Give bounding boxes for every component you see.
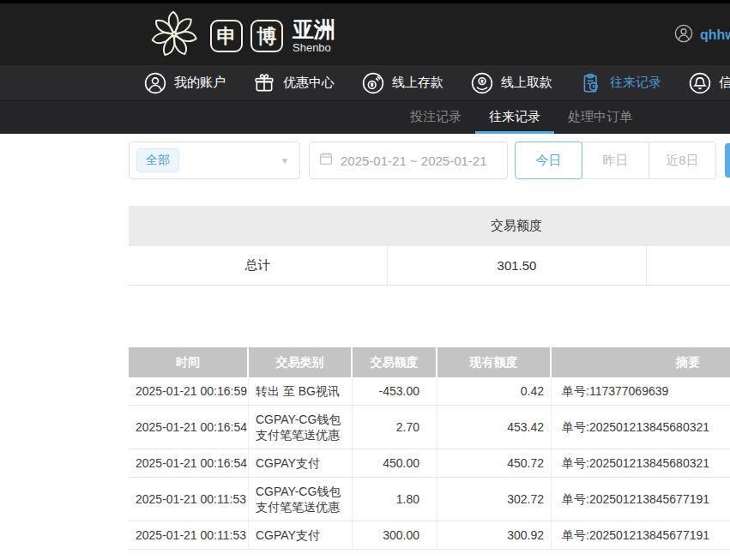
transaction-records-page: { "header": { "logo_char_1": "申", "logo_… (0, 0, 730, 560)
withdraw-icon (471, 72, 493, 94)
cell-amount: 450.00 (353, 449, 437, 477)
user-account[interactable]: qhhw (674, 24, 730, 46)
summary-header-empty (129, 206, 387, 246)
user-icon (144, 72, 166, 94)
cell-time: 2025-01-21 00:16:59 (129, 377, 249, 405)
tab-0[interactable]: 投注记录 (396, 101, 475, 134)
summary-total-label: 总计 (129, 246, 387, 285)
cell-type: CGPAY支付 (249, 449, 353, 477)
summary-total-empty (646, 246, 730, 285)
nav-item-label: 优惠中心 (283, 75, 335, 91)
nav-item-bell[interactable]: 信息 (689, 72, 730, 94)
logo-char-box-2: 博 (250, 20, 283, 52)
nav-item-label: 线上取款 (501, 75, 552, 91)
table-row: 2025-01-21 00:16:59转出 至 BG视讯-453.000.42单… (129, 377, 730, 406)
deposit-icon (362, 72, 384, 94)
username-text[interactable]: qhhw (700, 27, 730, 43)
cell-summary: 单号:117377069639 (552, 377, 730, 405)
table-row: 2025-01-21 00:11:53CGPAY-CG钱包支付笔笔送优惠1.80… (129, 478, 730, 521)
nav-item-withdraw[interactable]: 线上取款 (471, 72, 552, 94)
cell-time: 2025-01-21 00:11:53 (129, 521, 249, 549)
transaction-type-dropdown[interactable]: 全部 ▼ (129, 142, 300, 179)
cell-type: 转出 至 BG视讯 (249, 377, 353, 405)
gift-icon (253, 72, 275, 94)
cell-summary: 单号:202501213845680321 (552, 449, 730, 477)
column-header-1: 交易类别 (249, 347, 353, 377)
subnav-tabs: 投注记录往来记录处理中订单 (0, 100, 730, 134)
logo-region-text: 亚洲 (293, 19, 335, 40)
bell-icon (689, 72, 711, 94)
quick-range-buttons: 今日昨日近8日 (515, 142, 716, 179)
logo-char-box-1: 申 (210, 20, 243, 52)
cell-amount: 300.00 (353, 521, 437, 549)
nav-item-transfer-records[interactable]: 往来记录 (580, 72, 661, 94)
quick-range-button-2[interactable]: 近8日 (649, 142, 716, 179)
cell-amount: -453.00 (353, 377, 437, 405)
transactions-table: 时间交易类别交易额度现有额度摘要 2025-01-21 00:16:59转出 至… (129, 347, 730, 550)
cell-summary: 单号:202501213845677191 (552, 521, 730, 549)
table-row: 2025-01-21 00:16:54CGPAY支付450.00450.72单号… (129, 449, 730, 478)
site-logo[interactable]: 申 博 亚洲 Shenbo (146, 8, 335, 64)
column-header-3: 现有额度 (437, 347, 552, 377)
search-button[interactable] (725, 143, 730, 178)
nav-item-deposit[interactable]: 线上存款 (362, 72, 443, 94)
main-nav: 我的账户优惠中心线上存款线上取款往来记录信息 (0, 65, 730, 100)
transactions-table-body: 2025-01-21 00:16:59转出 至 BG视讯-453.000.42单… (129, 377, 730, 550)
column-header-2: 交易额度 (353, 347, 437, 377)
cell-summary: 单号:202501213845677191 (552, 478, 730, 521)
cell-amount: 2.70 (353, 406, 437, 449)
quick-range-button-0[interactable]: 今日 (515, 142, 582, 179)
table-row: 2025-01-21 00:11:53CGPAY支付300.00300.92单号… (129, 521, 730, 550)
transactions-table-header: 时间交易类别交易额度现有额度摘要 (129, 347, 730, 377)
summary-table: 交易额度 总计 301.50 (129, 206, 730, 286)
table-row: 2025-01-21 00:16:54CGPAY-CG钱包支付笔笔送优惠2.70… (129, 406, 730, 449)
summary-total-value: 301.50 (387, 246, 646, 285)
transfer-records-icon (580, 72, 602, 94)
quick-range-button-1[interactable]: 昨日 (582, 142, 649, 179)
cell-type: CGPAY-CG钱包支付笔笔送优惠 (249, 478, 353, 521)
site-header: 申 博 亚洲 Shenbo qhhw (0, 3, 730, 65)
cell-balance: 300.92 (437, 521, 552, 549)
nav-item-label: 我的账户 (174, 75, 226, 91)
nav-item-label: 往来记录 (610, 75, 661, 91)
summary-header-empty-2 (646, 206, 730, 246)
summary-total-row: 总计 301.50 (129, 246, 730, 286)
cell-amount: 1.80 (353, 478, 437, 521)
nav-item-label: 信息 (719, 75, 730, 91)
flower-logo-icon (146, 8, 202, 64)
date-range-text: 2025-01-21 ~ 2025-01-21 (341, 154, 487, 168)
column-header-4: 摘要 (552, 347, 730, 377)
date-range-picker[interactable]: 2025-01-21 ~ 2025-01-21 (309, 142, 508, 179)
chevron-down-icon: ▼ (281, 156, 289, 166)
nav-item-label: 线上存款 (392, 75, 443, 91)
logo-subtitle: Shenbo (293, 42, 335, 53)
cell-type: CGPAY-CG钱包支付笔笔送优惠 (249, 406, 353, 449)
cell-time: 2025-01-21 00:16:54 (129, 406, 249, 449)
tab-1[interactable]: 往来记录 (475, 101, 554, 134)
cell-summary: 单号:202501213845680321 (552, 406, 730, 449)
cell-time: 2025-01-21 00:11:53 (129, 478, 249, 521)
cell-balance: 453.42 (437, 406, 552, 449)
summary-header-row: 交易额度 (129, 206, 730, 246)
column-header-0: 时间 (129, 347, 249, 377)
user-avatar-icon (674, 24, 693, 46)
cell-type: CGPAY支付 (249, 521, 353, 549)
type-chip[interactable]: 全部 (136, 148, 179, 172)
nav-item-gift[interactable]: 优惠中心 (253, 72, 335, 94)
cell-balance: 450.72 (437, 449, 552, 477)
calendar-icon (318, 151, 334, 170)
cell-balance: 302.72 (437, 478, 552, 521)
summary-header-label: 交易额度 (387, 206, 646, 246)
cell-balance: 0.42 (437, 377, 552, 405)
cell-time: 2025-01-21 00:16:54 (129, 449, 249, 477)
nav-item-user[interactable]: 我的账户 (144, 72, 226, 94)
tab-2[interactable]: 处理中订单 (554, 101, 646, 134)
